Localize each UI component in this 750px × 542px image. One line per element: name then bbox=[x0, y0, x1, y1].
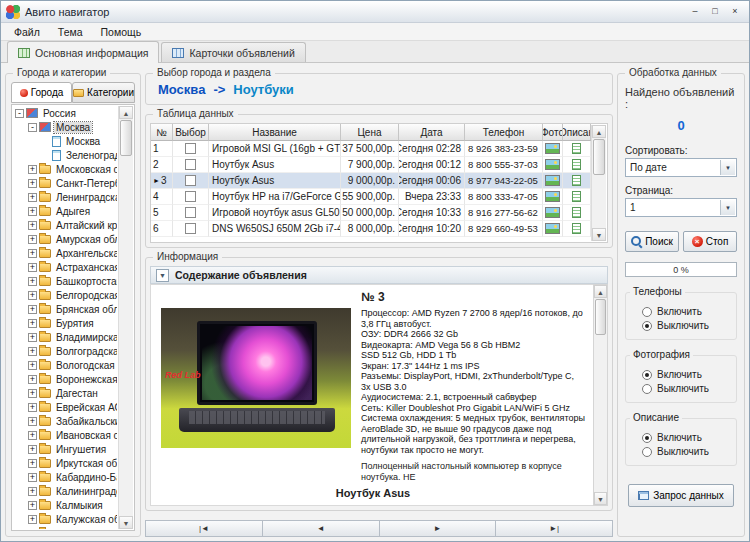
table-row[interactable]: ►5 Игровой ноутбук asus GL502VT 50 000,0… bbox=[151, 205, 591, 221]
phones-disable-radio[interactable]: Выключить bbox=[642, 320, 732, 331]
tree-expand-toggle[interactable]: + bbox=[28, 179, 37, 188]
tree-node[interactable]: + Башкортостан bbox=[14, 274, 117, 288]
tree-node[interactable]: + Дагестан bbox=[14, 386, 117, 400]
tree-node[interactable]: + Санкт-Петербург bbox=[14, 176, 117, 190]
last-record-button[interactable]: ►| bbox=[496, 520, 613, 537]
next-record-button[interactable]: ► bbox=[380, 520, 497, 537]
tree-node[interactable]: Зеленоград bbox=[14, 148, 117, 162]
tree-node[interactable]: + Владимирская обл. bbox=[14, 330, 117, 344]
scroll-down-icon[interactable]: ▼ bbox=[119, 516, 133, 529]
col-description[interactable]: Описан bbox=[563, 124, 591, 141]
tree-node[interactable]: + Московская область bbox=[14, 162, 117, 176]
tree-expand-toggle[interactable]: + bbox=[28, 319, 37, 328]
scroll-thumb[interactable] bbox=[120, 120, 132, 156]
tab-main-info[interactable]: Основная информация bbox=[7, 41, 159, 63]
tree-expand-toggle[interactable]: + bbox=[28, 389, 37, 398]
scroll-down-icon[interactable]: ▼ bbox=[594, 492, 607, 505]
close-button[interactable]: × bbox=[726, 4, 744, 19]
tree-node[interactable]: + Алтайский край bbox=[14, 218, 117, 232]
tree-node[interactable]: + Иркутская область bbox=[14, 456, 117, 470]
tree-node[interactable]: + Ингушетия bbox=[14, 442, 117, 456]
menu-item[interactable]: Тема bbox=[49, 25, 92, 39]
tree-node[interactable]: + Калужская область bbox=[14, 512, 117, 526]
row-checkbox[interactable] bbox=[185, 143, 196, 154]
tree-node[interactable]: + Белгородская обл. bbox=[14, 288, 117, 302]
search-button[interactable]: Поиск bbox=[625, 231, 679, 252]
tree-expand-toggle[interactable]: + bbox=[28, 431, 37, 440]
tree-node[interactable]: + Амурская область bbox=[14, 232, 117, 246]
sort-combobox[interactable]: По дате ▼ bbox=[625, 158, 737, 177]
chevron-down-icon[interactable]: ▼ bbox=[720, 200, 735, 215]
tree-node[interactable]: + Астраханская обл. bbox=[14, 260, 117, 274]
tree-node[interactable]: + Кабардино-Балкария bbox=[14, 470, 117, 484]
tab-cities[interactable]: Города bbox=[11, 82, 72, 103]
table-row[interactable]: ►3 Ноутбук Asus 9 000,00р. Сегодня 00:06… bbox=[151, 173, 591, 189]
tree-expand-toggle[interactable]: + bbox=[28, 207, 37, 216]
tree-node[interactable]: + Адыгея bbox=[14, 204, 117, 218]
tree-node[interactable]: + Еврейская АО bbox=[14, 400, 117, 414]
tree-expand-toggle[interactable]: + bbox=[28, 221, 37, 230]
radio-icon[interactable] bbox=[642, 321, 652, 331]
table-row[interactable]: ►4 Ноутбук HP на i7/GeForce GTX 850/1 55… bbox=[151, 189, 591, 205]
table-row[interactable]: ►1 Игровой MSI GL (16gb + GTX) 37 500,00… bbox=[151, 141, 591, 157]
tree-expand-toggle[interactable]: + bbox=[28, 361, 37, 370]
col-phone[interactable]: Телефон bbox=[465, 124, 543, 141]
tab-ad-cards[interactable]: Карточки объявлений bbox=[161, 42, 305, 62]
page-combobox[interactable]: 1 ▼ bbox=[625, 198, 737, 217]
row-checkbox[interactable] bbox=[185, 159, 196, 170]
tree-node[interactable]: + Волгоградская обл. bbox=[14, 344, 117, 358]
ad-content-header[interactable]: ▼ Содержание объявления bbox=[150, 266, 608, 284]
first-record-button[interactable]: |◄ bbox=[145, 520, 263, 537]
description-enable-radio[interactable]: Включить bbox=[642, 432, 732, 443]
row-checkbox[interactable] bbox=[185, 191, 196, 202]
tree-node[interactable]: + Камчатский край bbox=[14, 526, 117, 529]
tree-scrollbar[interactable]: ▲ ▼ bbox=[118, 106, 133, 529]
table-row[interactable]: ►2 Ноутбук Asus 7 900,00р. Сегодня 00:12… bbox=[151, 157, 591, 173]
tree-expand-toggle[interactable]: + bbox=[28, 459, 37, 468]
col-select[interactable]: Выбор bbox=[173, 124, 209, 141]
tree-expand-toggle[interactable]: + bbox=[28, 445, 37, 454]
tree-node[interactable]: - Москва bbox=[14, 120, 117, 134]
tree-expand-toggle[interactable]: - bbox=[28, 123, 37, 132]
scroll-up-icon[interactable]: ▲ bbox=[592, 125, 606, 138]
tree-expand-toggle[interactable]: + bbox=[28, 165, 37, 174]
stop-button[interactable]: × Стоп bbox=[683, 231, 737, 252]
tree-node[interactable]: + Архангельская обл. bbox=[14, 246, 117, 260]
tree-expand-toggle[interactable]: + bbox=[28, 347, 37, 356]
tree-node[interactable]: + Вологодская обл. bbox=[14, 358, 117, 372]
maximize-button[interactable]: □ bbox=[706, 4, 724, 19]
row-checkbox[interactable] bbox=[185, 207, 196, 218]
menu-item[interactable]: Файл bbox=[5, 25, 49, 39]
tree-expand-toggle[interactable]: + bbox=[28, 291, 37, 300]
photo-disable-radio[interactable]: Выключить bbox=[642, 383, 732, 394]
info-scrollbar[interactable]: ▲ ▼ bbox=[593, 284, 608, 506]
tree-node[interactable]: - Россия bbox=[14, 106, 117, 120]
prev-record-button[interactable]: ◄ bbox=[263, 520, 380, 537]
tree-node[interactable]: + Ивановская область bbox=[14, 428, 117, 442]
scroll-thumb[interactable] bbox=[595, 299, 606, 335]
scroll-down-icon[interactable]: ▼ bbox=[592, 228, 606, 241]
tree-node[interactable]: + Ленинградская обл. bbox=[14, 190, 117, 204]
row-checkbox[interactable] bbox=[185, 175, 196, 186]
tab-categories[interactable]: Категории bbox=[72, 82, 135, 103]
request-data-button[interactable]: Запрос данных bbox=[628, 484, 734, 507]
tree-node[interactable]: + Воронежская обл. bbox=[14, 372, 117, 386]
tree-node[interactable]: + Забайкальский край bbox=[14, 414, 117, 428]
radio-icon[interactable] bbox=[642, 433, 652, 443]
tree-node[interactable]: + Бурятия bbox=[14, 316, 117, 330]
col-name[interactable]: Название bbox=[209, 124, 341, 141]
table-scrollbar[interactable]: ▲ ▼ bbox=[591, 125, 606, 241]
row-checkbox[interactable] bbox=[185, 223, 196, 234]
collapse-icon[interactable]: ▼ bbox=[156, 269, 169, 282]
tree-expand-toggle[interactable]: + bbox=[28, 235, 37, 244]
tree-expand-toggle[interactable]: + bbox=[28, 417, 37, 426]
tree-expand-toggle[interactable]: + bbox=[28, 305, 37, 314]
tree-expand-toggle[interactable]: + bbox=[28, 193, 37, 202]
tree-expand-toggle[interactable]: + bbox=[28, 277, 37, 286]
scroll-up-icon[interactable]: ▲ bbox=[119, 106, 133, 119]
scroll-up-icon[interactable]: ▲ bbox=[594, 285, 607, 298]
radio-icon[interactable] bbox=[642, 370, 652, 380]
minimize-button[interactable]: – bbox=[686, 4, 704, 19]
tree-expand-toggle[interactable]: + bbox=[28, 515, 37, 524]
description-disable-radio[interactable]: Выключить bbox=[642, 446, 732, 457]
